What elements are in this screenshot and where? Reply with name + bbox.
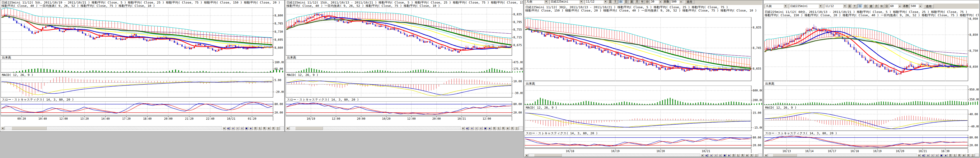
minutes-spinner[interactable]: 60 ▲	[889, 4, 902, 8]
scroll-left-button[interactable]: ◀	[1, 126, 5, 130]
spin-up-icon[interactable]: ▲	[918, 4, 922, 8]
chart-nav-button[interactable]: ◀|	[921, 153, 926, 157]
apply-button[interactable]: 適用	[923, 4, 934, 8]
period-button-日[interactable]: 日	[863, 4, 868, 8]
scrollbar-thumb[interactable]	[534, 154, 562, 156]
chevron-down-icon[interactable]: ▼	[843, 4, 847, 8]
chart-nav-button[interactable]: ⊕	[267, 126, 271, 130]
period-button-T[interactable]: T	[613, 0, 618, 4]
chart-nav-button[interactable]: ⊕	[962, 153, 966, 157]
chart-nav-button[interactable]: ◀|	[226, 126, 231, 130]
bars-spinner[interactable]: 500 ▲	[910, 4, 923, 8]
scroll-right-button[interactable]: ▶	[917, 153, 921, 157]
period-button-週[interactable]: 週	[868, 4, 873, 8]
chart-nav-button[interactable]: ⊕	[745, 153, 749, 157]
chart-nav-button[interactable]: ▶	[249, 126, 253, 130]
chart-nav-button[interactable]: ■	[244, 126, 248, 130]
chart-nav-button[interactable]: D	[948, 153, 953, 157]
chart-nav-button[interactable]: ▶	[944, 153, 948, 157]
chart-nav-button[interactable]: R	[740, 153, 745, 157]
chevron-down-icon[interactable]: ▼	[579, 0, 583, 3]
chart-nav-button[interactable]: ▶	[727, 153, 731, 157]
period-button-月[interactable]: 月	[635, 0, 640, 4]
chart-nav-button[interactable]: −	[474, 126, 479, 130]
period-button-日[interactable]: 日	[624, 0, 629, 4]
chart-nav-button[interactable]: D	[732, 153, 736, 157]
chart-nav-button[interactable]: R	[501, 126, 505, 130]
scroll-left-button[interactable]: ◀	[525, 153, 528, 157]
period-button-分[interactable]: 分	[618, 0, 623, 4]
chart-nav-button[interactable]: −	[235, 126, 240, 130]
legend-dropdown[interactable]: 凡例 ▼	[765, 4, 788, 8]
spin-up-icon[interactable]: ▲	[898, 4, 902, 8]
chevron-down-icon[interactable]: ▼	[784, 4, 788, 8]
chart-nav-button[interactable]: ✛	[479, 126, 483, 130]
chart-nav-button[interactable]: +	[231, 126, 235, 130]
scroll-left-button[interactable]: ◀	[764, 153, 768, 157]
period-button-年[interactable]: 年	[640, 0, 645, 4]
chart-nav-button[interactable]: ✛	[240, 126, 244, 130]
chart-nav-button[interactable]: −	[714, 153, 718, 157]
chart-nav-button[interactable]: |	[514, 126, 519, 130]
chevron-down-icon[interactable]: ▼	[819, 4, 822, 8]
horizontal-scrollbar[interactable]	[768, 153, 917, 157]
scroll-right-button[interactable]: ▶	[223, 126, 226, 130]
horizontal-scrollbar[interactable]	[529, 153, 700, 157]
chart-nav-button[interactable]: ◀|	[465, 126, 469, 130]
horizontal-scrollbar[interactable]	[290, 126, 461, 130]
scrollbar-thumb[interactable]	[295, 126, 323, 130]
contract-dropdown[interactable]: 11/12 ▼	[585, 0, 608, 4]
chart-nav-button[interactable]: L	[953, 153, 957, 157]
chart-nav-button[interactable]: ■	[939, 153, 943, 157]
chart-nav-button[interactable]: ■	[722, 153, 727, 157]
chart-nav-button[interactable]: X	[966, 153, 970, 157]
instrument-dropdown[interactable]: 日経225mini ▼	[550, 0, 584, 4]
chart-nav-button[interactable]: L	[496, 126, 501, 130]
chart-nav-button[interactable]: X	[749, 153, 754, 157]
vertical-scrollbar[interactable]	[519, 126, 523, 130]
bars-spinner[interactable]: 500 ▲	[670, 0, 683, 4]
spin-up-icon[interactable]: ▲	[659, 0, 662, 3]
chart-nav-button[interactable]: ◀|	[705, 153, 709, 157]
minutes-spinner[interactable]: 30 ▲	[650, 0, 663, 4]
chart-nav-button[interactable]: L	[736, 153, 740, 157]
chart-nav-button[interactable]: R	[957, 153, 961, 157]
chart-nav-button[interactable]: ⊕	[506, 126, 510, 130]
chart-nav-button[interactable]: |	[970, 153, 975, 157]
chevron-down-icon[interactable]: ▼	[544, 0, 548, 3]
chart-nav-button[interactable]: +	[709, 153, 713, 157]
chart-nav-button[interactable]: |	[754, 153, 758, 157]
legend-dropdown[interactable]: 凡例 ▼	[525, 0, 549, 4]
vertical-scrollbar[interactable]	[280, 126, 284, 130]
chart-nav-button[interactable]: D	[492, 126, 496, 130]
chart-nav-button[interactable]: ✛	[718, 153, 722, 157]
chart-nav-button[interactable]: X	[271, 126, 275, 130]
scroll-right-button[interactable]: ▶	[701, 153, 705, 157]
vertical-scrollbar[interactable]	[975, 153, 979, 157]
chart-nav-button[interactable]: ▶	[488, 126, 492, 130]
chart-nav-button[interactable]: X	[510, 126, 514, 130]
period-button-週[interactable]: 週	[629, 0, 634, 4]
apply-button[interactable]: 適用	[684, 0, 694, 4]
scroll-right-button[interactable]: ▶	[461, 126, 465, 130]
chart-nav-button[interactable]: R	[262, 126, 266, 130]
scrollbar-thumb[interactable]	[11, 126, 47, 130]
period-button-T[interactable]: T	[852, 4, 857, 8]
scroll-left-button[interactable]: ◀	[286, 126, 290, 130]
instrument-dropdown[interactable]: 日経225mini ▼	[789, 4, 823, 8]
chart-nav-button[interactable]: ✛	[935, 153, 939, 157]
vertical-scrollbar[interactable]	[758, 153, 762, 157]
chart-nav-button[interactable]: L	[258, 126, 262, 130]
chart-nav-button[interactable]: −	[930, 153, 934, 157]
chart-nav-button[interactable]: +	[470, 126, 474, 130]
period-button-分[interactable]: 分	[858, 4, 863, 8]
chart-nav-button[interactable]: +	[926, 153, 930, 157]
period-button-月[interactable]: 月	[874, 4, 879, 8]
contract-dropdown[interactable]: 11/12 ▼	[824, 4, 847, 8]
chart-nav-button[interactable]: |	[275, 126, 280, 130]
scrollbar-thumb[interactable]	[773, 154, 797, 156]
horizontal-scrollbar[interactable]	[5, 126, 222, 130]
chart-nav-button[interactable]: ■	[483, 126, 487, 130]
chevron-down-icon[interactable]: ▼	[603, 0, 608, 3]
chart-nav-button[interactable]: D	[253, 126, 258, 130]
